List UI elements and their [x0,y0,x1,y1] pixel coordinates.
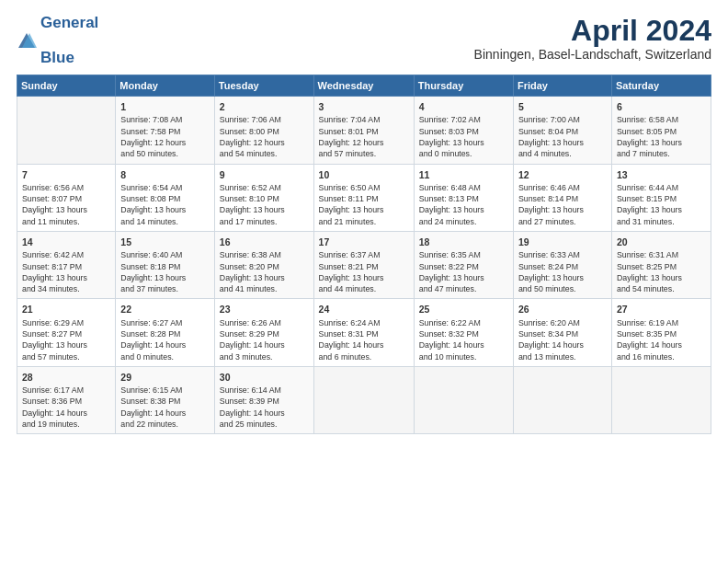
day-number: 11 [419,168,508,181]
logo-text: General Blue [40,15,98,67]
calendar-cell: 15Sunrise: 6:40 AMSunset: 8:18 PMDayligh… [116,232,215,299]
day-number: 3 [319,100,409,113]
title-area: April 2024 Binningen, Basel-Landschaft, … [474,15,711,62]
location-title: Binningen, Basel-Landschaft, Switzerland [474,47,711,62]
calendar-cell: 14Sunrise: 6:42 AMSunset: 8:17 PMDayligh… [17,232,116,299]
day-info: Sunrise: 7:08 AMSunset: 7:58 PMDaylight:… [120,114,210,159]
day-number: 5 [518,100,607,113]
calendar-cell: 5Sunrise: 7:00 AMSunset: 8:04 PMDaylight… [513,97,611,164]
day-number: 4 [419,100,508,113]
day-info: Sunrise: 6:42 AMSunset: 8:17 PMDaylight:… [22,249,110,294]
day-info: Sunrise: 6:56 AMSunset: 8:07 PMDaylight:… [22,182,110,227]
day-header-sunday: Sunday [17,75,116,97]
day-info: Sunrise: 6:29 AMSunset: 8:27 PMDaylight:… [22,317,110,362]
day-number: 24 [319,303,409,316]
day-info: Sunrise: 6:22 AMSunset: 8:32 PMDaylight:… [419,317,508,362]
day-info: Sunrise: 7:04 AMSunset: 8:01 PMDaylight:… [319,114,409,159]
calendar-cell: 2Sunrise: 7:06 AMSunset: 8:00 PMDaylight… [214,97,313,164]
calendar-cell: 16Sunrise: 6:38 AMSunset: 8:20 PMDayligh… [214,232,313,299]
day-info: Sunrise: 6:38 AMSunset: 8:20 PMDaylight:… [220,249,309,294]
day-number: 18 [419,236,508,248]
day-number: 2 [220,100,309,113]
day-number: 30 [220,371,309,384]
calendar-cell: 28Sunrise: 6:17 AMSunset: 8:36 PMDayligh… [17,366,116,433]
calendar-cell: 13Sunrise: 6:44 AMSunset: 8:15 PMDayligh… [611,164,711,231]
day-number: 1 [120,100,210,113]
day-number: 19 [518,236,607,248]
calendar-cell: 9Sunrise: 6:52 AMSunset: 8:10 PMDaylight… [214,164,313,231]
day-info: Sunrise: 6:44 AMSunset: 8:15 PMDaylight:… [617,182,706,227]
day-header-monday: Monday [116,75,215,97]
day-number: 20 [617,236,706,248]
day-number: 6 [617,100,706,113]
header: General Blue April 2024 Binningen, Basel… [17,15,711,67]
day-info: Sunrise: 7:02 AMSunset: 8:03 PMDaylight:… [419,114,508,159]
calendar-cell: 11Sunrise: 6:48 AMSunset: 8:13 PMDayligh… [414,164,513,231]
calendar-header-row: SundayMondayTuesdayWednesdayThursdayFrid… [17,75,711,97]
day-info: Sunrise: 6:24 AMSunset: 8:31 PMDaylight:… [319,317,409,362]
calendar-cell: 12Sunrise: 6:46 AMSunset: 8:14 PMDayligh… [513,164,611,231]
day-number: 22 [120,303,210,316]
day-info: Sunrise: 6:33 AMSunset: 8:24 PMDaylight:… [518,249,607,294]
day-number: 23 [220,303,309,316]
calendar-week-row: 21Sunrise: 6:29 AMSunset: 8:27 PMDayligh… [17,299,711,366]
calendar-cell: 18Sunrise: 6:35 AMSunset: 8:22 PMDayligh… [414,232,513,299]
calendar-week-row: 28Sunrise: 6:17 AMSunset: 8:36 PMDayligh… [17,366,711,433]
calendar-cell: 19Sunrise: 6:33 AMSunset: 8:24 PMDayligh… [513,232,611,299]
calendar-cell: 23Sunrise: 6:26 AMSunset: 8:29 PMDayligh… [214,299,313,366]
calendar-cell: 1Sunrise: 7:08 AMSunset: 7:58 PMDaylight… [116,97,215,164]
calendar-week-row: 7Sunrise: 6:56 AMSunset: 8:07 PMDaylight… [17,164,711,231]
calendar-cell: 26Sunrise: 6:20 AMSunset: 8:34 PMDayligh… [513,299,611,366]
calendar-cell: 4Sunrise: 7:02 AMSunset: 8:03 PMDaylight… [414,97,513,164]
day-info: Sunrise: 6:37 AMSunset: 8:21 PMDaylight:… [319,249,409,294]
day-number: 14 [22,236,110,248]
day-header-saturday: Saturday [611,75,711,97]
page: General Blue April 2024 Binningen, Basel… [0,0,728,563]
calendar-cell [313,366,414,433]
calendar-cell: 29Sunrise: 6:15 AMSunset: 8:38 PMDayligh… [116,366,215,433]
day-info: Sunrise: 6:58 AMSunset: 8:05 PMDaylight:… [617,114,706,159]
calendar-week-row: 14Sunrise: 6:42 AMSunset: 8:17 PMDayligh… [17,232,711,299]
day-number: 12 [518,168,607,181]
calendar-cell: 17Sunrise: 6:37 AMSunset: 8:21 PMDayligh… [313,232,414,299]
day-number: 13 [617,168,706,181]
day-number: 17 [319,236,409,248]
day-info: Sunrise: 6:52 AMSunset: 8:10 PMDaylight:… [220,182,309,227]
day-info: Sunrise: 6:54 AMSunset: 8:08 PMDaylight:… [120,182,210,227]
day-info: Sunrise: 6:19 AMSunset: 8:35 PMDaylight:… [617,317,706,362]
calendar-table: SundayMondayTuesdayWednesdayThursdayFrid… [17,75,711,434]
day-number: 29 [120,371,210,384]
day-info: Sunrise: 6:50 AMSunset: 8:11 PMDaylight:… [319,182,409,227]
calendar-cell [513,366,611,433]
day-header-wednesday: Wednesday [313,75,414,97]
calendar-cell [611,366,711,433]
calendar-cell: 27Sunrise: 6:19 AMSunset: 8:35 PMDayligh… [611,299,711,366]
day-info: Sunrise: 6:17 AMSunset: 8:36 PMDaylight:… [22,385,110,430]
logo-area: General Blue [17,15,98,67]
day-number: 25 [419,303,508,316]
calendar-cell: 24Sunrise: 6:24 AMSunset: 8:31 PMDayligh… [313,299,414,366]
day-header-thursday: Thursday [414,75,513,97]
calendar-cell: 3Sunrise: 7:04 AMSunset: 8:01 PMDaylight… [313,97,414,164]
day-number: 10 [319,168,409,181]
day-number: 28 [22,371,110,384]
day-number: 7 [22,168,110,181]
calendar-cell: 20Sunrise: 6:31 AMSunset: 8:25 PMDayligh… [611,232,711,299]
calendar-cell: 8Sunrise: 6:54 AMSunset: 8:08 PMDaylight… [116,164,215,231]
day-number: 21 [22,303,110,316]
day-info: Sunrise: 6:26 AMSunset: 8:29 PMDaylight:… [220,317,309,362]
day-number: 27 [617,303,706,316]
day-info: Sunrise: 6:27 AMSunset: 8:28 PMDaylight:… [120,317,210,362]
day-number: 16 [220,236,309,248]
day-number: 9 [220,168,309,181]
day-header-tuesday: Tuesday [214,75,313,97]
day-info: Sunrise: 6:40 AMSunset: 8:18 PMDaylight:… [120,249,210,294]
day-info: Sunrise: 6:46 AMSunset: 8:14 PMDaylight:… [518,182,607,227]
day-info: Sunrise: 6:48 AMSunset: 8:13 PMDaylight:… [419,182,508,227]
day-info: Sunrise: 6:15 AMSunset: 8:38 PMDaylight:… [120,385,210,430]
calendar-cell: 22Sunrise: 6:27 AMSunset: 8:28 PMDayligh… [116,299,215,366]
calendar-cell: 30Sunrise: 6:14 AMSunset: 8:39 PMDayligh… [214,366,313,433]
logo-icon [17,31,37,52]
day-info: Sunrise: 6:35 AMSunset: 8:22 PMDaylight:… [419,249,508,294]
calendar-cell [17,97,116,164]
